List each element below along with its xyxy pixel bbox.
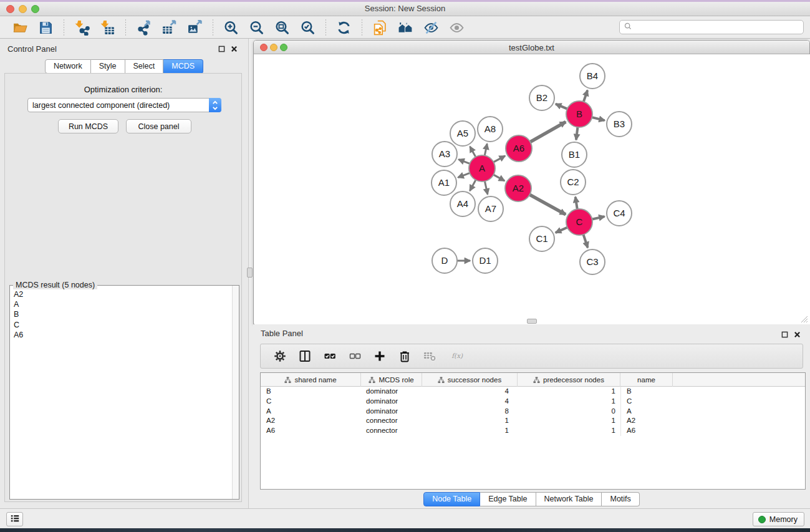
column-header-successor-nodes[interactable]: successor nodes <box>422 373 518 387</box>
table-row[interactable]: A6connector11A6 <box>261 426 805 436</box>
graph-node-A[interactable]: A <box>469 155 495 181</box>
graph-node-A4[interactable]: A4 <box>450 191 475 216</box>
zoom-out-icon[interactable] <box>248 19 265 36</box>
graph-edge-C-C3[interactable] <box>583 233 588 248</box>
zoom-selected-icon[interactable] <box>299 19 316 36</box>
table-row[interactable]: Bdominator41B <box>261 387 805 397</box>
table-cell[interactable]: A2 <box>620 416 673 426</box>
column-header-shared-name[interactable]: shared name <box>261 373 361 387</box>
table-cell[interactable]: 1 <box>422 426 518 436</box>
criterion-dropdown[interactable]: largest connected component (directed) <box>27 98 221 112</box>
result-item[interactable]: A2 <box>14 289 239 299</box>
graph-node-C[interactable]: C <box>566 209 592 235</box>
close-table-panel-icon[interactable] <box>793 331 801 339</box>
table-cell[interactable]: 1 <box>518 397 620 407</box>
graph-edge-A-A6[interactable] <box>493 156 505 163</box>
result-item[interactable]: A6 <box>14 330 239 340</box>
table-cell[interactable]: 1 <box>422 416 518 426</box>
export-table-icon[interactable] <box>161 19 178 36</box>
graph-node-C1[interactable]: C1 <box>529 226 554 251</box>
first-neighbors-icon[interactable] <box>397 19 414 36</box>
show-all-icon[interactable] <box>448 19 465 36</box>
graph-edge-B-B4[interactable] <box>583 90 587 103</box>
result-item[interactable]: B <box>14 309 239 319</box>
table-cell[interactable]: A <box>620 407 673 417</box>
table-cell[interactable]: 1 <box>518 387 620 397</box>
graph-node-C4[interactable]: C4 <box>607 201 632 226</box>
graph-edge-A6-B[interactable] <box>529 122 566 142</box>
table-cell[interactable]: C <box>620 397 673 407</box>
graph-edge-B-B2[interactable] <box>556 104 569 110</box>
table-cell[interactable]: dominator <box>361 407 422 417</box>
tab-style[interactable]: Style <box>91 59 125 74</box>
search-input[interactable] <box>635 23 803 32</box>
graph-edge-A-A5[interactable] <box>470 147 476 158</box>
close-panel-icon[interactable] <box>230 45 238 53</box>
tab-mcds[interactable]: MCDS <box>163 59 203 74</box>
graph-edge-A-A1[interactable] <box>458 173 471 178</box>
table-cell[interactable]: 0 <box>518 407 620 417</box>
graph-edge-A-A8[interactable] <box>485 144 487 157</box>
table-cell[interactable]: connector <box>361 416 422 426</box>
graph-node-D[interactable]: D <box>432 248 457 273</box>
table-tab-edge-table[interactable]: Edge Table <box>480 492 536 506</box>
import-table-icon[interactable] <box>99 19 116 36</box>
search-box[interactable] <box>619 20 804 34</box>
export-network-icon[interactable] <box>135 19 152 36</box>
mcds-result-list[interactable]: A2ABCA6 <box>10 286 239 499</box>
trash-icon[interactable] <box>397 349 412 364</box>
graph-edge-C-C4[interactable] <box>591 216 605 220</box>
table-cell[interactable]: A6 <box>261 426 361 436</box>
graph-edge-C-C1[interactable] <box>556 227 569 233</box>
graph-node-B1[interactable]: B1 <box>562 142 587 167</box>
horizontal-splitter-handle[interactable] <box>527 319 537 324</box>
result-item[interactable]: A <box>14 299 239 309</box>
graph-edge-C-C2[interactable] <box>576 197 577 211</box>
graph-node-B2[interactable]: B2 <box>529 85 554 110</box>
result-item[interactable]: C <box>14 320 239 330</box>
table-cell[interactable]: B <box>261 387 361 397</box>
graph-node-B[interactable]: B <box>566 101 592 127</box>
gear-icon[interactable] <box>272 349 287 364</box>
graph-edge-A2-C[interactable] <box>529 194 566 215</box>
graph-edge-A-A3[interactable] <box>458 160 471 165</box>
graph-edge-A-A4[interactable] <box>470 179 476 191</box>
table-tab-network-table[interactable]: Network Table <box>536 492 602 506</box>
save-icon[interactable] <box>37 19 54 36</box>
graph-node-A1[interactable]: A1 <box>432 170 456 195</box>
network-window-titlebar[interactable]: testGlobe.txt <box>254 41 809 54</box>
graph-edge-A-A2[interactable] <box>493 174 504 181</box>
table-cell[interactable]: 1 <box>518 426 620 436</box>
table-cell[interactable]: 1 <box>518 416 620 426</box>
columns-icon[interactable] <box>297 349 312 364</box>
check-all-icon[interactable] <box>322 349 337 364</box>
graph-node-C2[interactable]: C2 <box>561 170 586 195</box>
table-cell[interactable]: dominator <box>361 397 422 407</box>
column-header-mcds-role[interactable]: MCDS role <box>361 373 422 387</box>
table-row[interactable]: Adominator80A <box>261 407 805 417</box>
tab-select[interactable]: Select <box>125 59 164 74</box>
zoom-in-icon[interactable] <box>223 19 239 36</box>
table-cell[interactable]: 8 <box>422 407 518 417</box>
uncheck-all-icon[interactable] <box>347 349 362 364</box>
network-graph[interactable]: B4B2BB3A8A5A6A3B1AC2A1A2A4A7C4CC1C3DD1 <box>254 54 810 324</box>
export-image-icon[interactable] <box>186 19 203 36</box>
memory-button[interactable]: Memory <box>753 512 804 526</box>
table-cell[interactable]: A6 <box>620 426 673 436</box>
table-tab-motifs[interactable]: Motifs <box>602 492 639 506</box>
refresh-icon[interactable] <box>335 19 352 36</box>
network-canvas[interactable]: B4B2BB3A8A5A6A3B1AC2A1A2A4A7C4CC1C3DD1 <box>254 54 810 324</box>
column-header-predecessor-nodes[interactable]: predecessor nodes <box>518 373 620 387</box>
graph-edge-B-B1[interactable] <box>576 126 578 140</box>
graph-node-C3[interactable]: C3 <box>580 249 605 274</box>
graph-node-B3[interactable]: B3 <box>607 112 632 137</box>
table-cell[interactable]: connector <box>361 426 422 436</box>
graph-edge-A-A7[interactable] <box>485 180 488 195</box>
new-network-from-selection-icon[interactable] <box>372 19 388 36</box>
add-icon[interactable] <box>372 349 387 364</box>
table-cell[interactable]: dominator <box>361 387 422 397</box>
graph-node-A7[interactable]: A7 <box>478 196 503 221</box>
table-cell[interactable]: 4 <box>422 387 518 397</box>
graph-node-A2[interactable]: A2 <box>505 175 531 201</box>
vertical-splitter-handle[interactable] <box>247 268 253 278</box>
